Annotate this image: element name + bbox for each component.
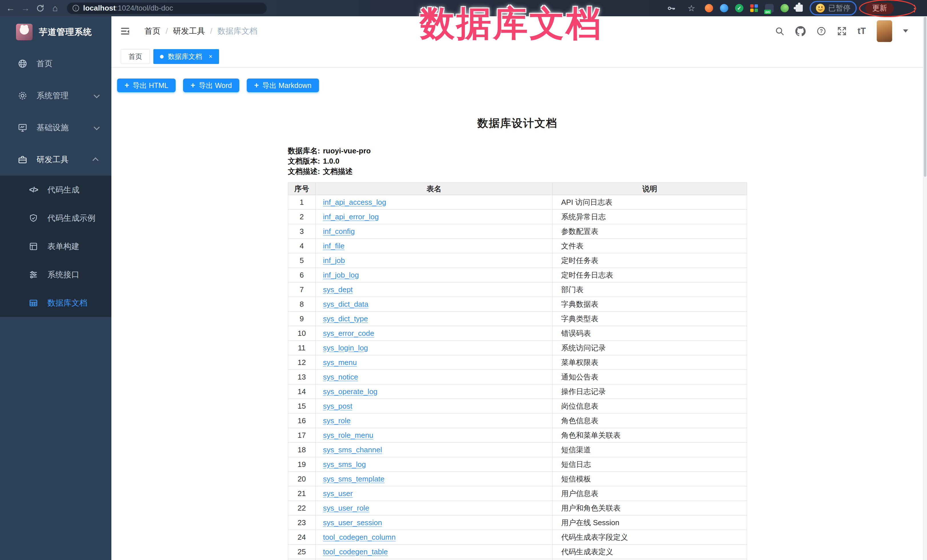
table-link[interactable]: inf_job_log	[323, 271, 359, 279]
github-icon[interactable]	[795, 26, 805, 36]
table-desc-cell: 短信渠道	[553, 443, 747, 457]
row-number-cell: 6	[288, 268, 316, 282]
table-link[interactable]: sys_sms_template	[323, 475, 384, 483]
site-info-icon[interactable]: i	[73, 5, 79, 11]
sidebar-fold-icon[interactable]	[117, 23, 133, 39]
table-name-cell: sys_user_session	[316, 516, 553, 530]
table-link[interactable]: sys_operate_log	[323, 387, 378, 396]
table-link[interactable]: inf_config	[323, 227, 355, 235]
font-size-icon[interactable]: tT	[858, 26, 866, 36]
scrollbar-thumb[interactable]	[924, 17, 926, 177]
avatar-caret-icon[interactable]	[903, 29, 908, 33]
table-link[interactable]: sys_error_code	[323, 329, 374, 338]
sidebar-item-home[interactable]: 首页	[0, 48, 111, 80]
help-icon[interactable]: ?	[816, 26, 826, 36]
table-desc-cell: 代码生成表定义	[553, 545, 747, 559]
breadcrumb-home[interactable]: 首页	[144, 26, 161, 36]
table-name-cell: sys_role_menu	[316, 428, 553, 443]
button-label: 导出 Word	[199, 81, 232, 90]
table-link[interactable]: tool_codegen_column	[323, 533, 395, 542]
sidebar-item-db-doc[interactable]: 数据库文档	[0, 289, 111, 317]
table-link[interactable]: inf_job	[323, 256, 345, 265]
chevron-down-icon	[94, 124, 100, 130]
address-bar[interactable]: i localhost:1024/tool/db-doc	[67, 3, 267, 14]
table-link[interactable]: inf_api_error_log	[323, 212, 379, 221]
table-name-cell: sys_notice	[316, 370, 553, 384]
table-name-cell: inf_job	[316, 253, 553, 268]
extension-blue-icon[interactable]	[720, 4, 728, 12]
sidebar-item-devtools[interactable]: 研发工具	[0, 144, 111, 176]
tab-db-doc[interactable]: 数据库文档 ×	[153, 49, 219, 64]
key-icon[interactable]	[665, 2, 678, 15]
table-link[interactable]: sys_user_session	[323, 518, 382, 527]
sidebar-item-form-builder[interactable]: 表单构建	[0, 232, 111, 260]
table-link[interactable]: sys_post	[323, 402, 353, 410]
table-link[interactable]: sys_role	[323, 416, 351, 425]
tab-label: 首页	[129, 52, 142, 61]
browser-back-icon[interactable]: ←	[4, 2, 17, 15]
extension-green-check-icon[interactable]: ✓	[735, 4, 743, 12]
table-desc-cell: 用户信息表	[553, 486, 747, 501]
sliders-icon	[27, 270, 40, 279]
table-link[interactable]: sys_dict_data	[323, 300, 368, 308]
browser-update-button[interactable]: 更新	[865, 3, 894, 14]
browser-menu-kebab-icon[interactable]: ⋮	[908, 4, 921, 13]
table-link[interactable]: inf_file	[323, 241, 344, 250]
search-icon[interactable]	[775, 26, 784, 36]
page-scrollbar[interactable]	[923, 16, 927, 560]
extension-orange-icon[interactable]	[705, 4, 713, 12]
export-html-button[interactable]: + 导出 HTML	[117, 79, 176, 92]
table-link[interactable]: sys_user_role	[323, 504, 369, 512]
recorder-paused-chip[interactable]: 已暂停	[810, 1, 857, 15]
table-link[interactable]: sys_role_menu	[323, 431, 373, 440]
sidebar-item-codegen[interactable]: </> 代码生成	[0, 176, 111, 204]
browser-refresh-icon[interactable]	[34, 2, 47, 15]
export-markdown-button[interactable]: + 导出 Markdown	[247, 79, 319, 92]
table-desc-cell: 系统访问记录	[553, 341, 747, 355]
fullscreen-icon[interactable]	[837, 26, 847, 36]
table-link[interactable]: sys_login_log	[323, 343, 368, 352]
table-name-cell: sys_operate_log	[316, 384, 553, 399]
table-name-cell: sys_dept	[316, 282, 553, 297]
row-number-cell: 13	[288, 370, 316, 384]
extension-grid-icon[interactable]	[750, 4, 758, 12]
table-desc-cell: 角色信息表	[553, 413, 747, 428]
tab-home[interactable]: 首页	[121, 49, 150, 64]
table-desc-cell: 定时任务表	[553, 253, 747, 268]
table-row: 21 sys_user 用户信息表	[288, 486, 747, 501]
table-link[interactable]: sys_menu	[323, 358, 357, 367]
table-link[interactable]: sys_sms_channel	[323, 446, 382, 454]
table-name-cell: sys_sms_template	[316, 472, 553, 486]
table-row: 17 sys_role_menu 角色和菜单关联表	[288, 428, 747, 443]
browser-forward-icon[interactable]: →	[19, 2, 32, 15]
table-link[interactable]: inf_api_access_log	[323, 198, 386, 206]
main-content: + 导出 HTML + 导出 Word + 导出 Markdown 数据库设计文…	[111, 68, 923, 560]
sidebar-item-system[interactable]: 系统管理	[0, 80, 111, 112]
url-text: localhost:1024/tool/db-doc	[83, 4, 173, 12]
table-link[interactable]: tool_codegen_table	[323, 548, 388, 556]
table-link[interactable]: sys_notice	[323, 373, 358, 381]
table-link[interactable]: sys_dept	[323, 285, 353, 294]
extension-on-badge-icon[interactable]: on	[765, 4, 774, 12]
tab-close-icon[interactable]: ×	[209, 53, 213, 60]
table-row: 6 inf_job_log 定时任务日志表	[288, 268, 747, 282]
extensions-puzzle-icon[interactable]	[796, 5, 803, 12]
sidebar-item-label: 基础设施	[36, 122, 68, 133]
sidebar-item-codegen-demo[interactable]: 代码生成示例	[0, 204, 111, 232]
breadcrumb-section[interactable]: 研发工具	[173, 26, 205, 36]
export-word-button[interactable]: + 导出 Word	[183, 79, 239, 92]
table-link[interactable]: sys_user	[323, 489, 353, 498]
table-link[interactable]: sys_dict_type	[323, 314, 368, 323]
row-number-cell: 2	[288, 209, 316, 224]
table-desc-cell: 岗位信息表	[553, 399, 747, 413]
table-desc-cell: 系统异常日志	[553, 209, 747, 224]
table-row: 1 inf_api_access_log API 访问日志表	[288, 195, 747, 209]
dashboard-icon	[17, 59, 29, 68]
bookmark-star-icon[interactable]: ☆	[685, 2, 698, 15]
browser-home-icon[interactable]: ⌂	[49, 2, 62, 15]
table-link[interactable]: sys_sms_log	[323, 460, 366, 469]
sidebar-item-api[interactable]: 系统接口	[0, 260, 111, 289]
sidebar-item-infra[interactable]: 基础设施	[0, 112, 111, 144]
user-avatar[interactable]	[877, 20, 892, 42]
extension-leaf-icon[interactable]	[781, 4, 789, 12]
